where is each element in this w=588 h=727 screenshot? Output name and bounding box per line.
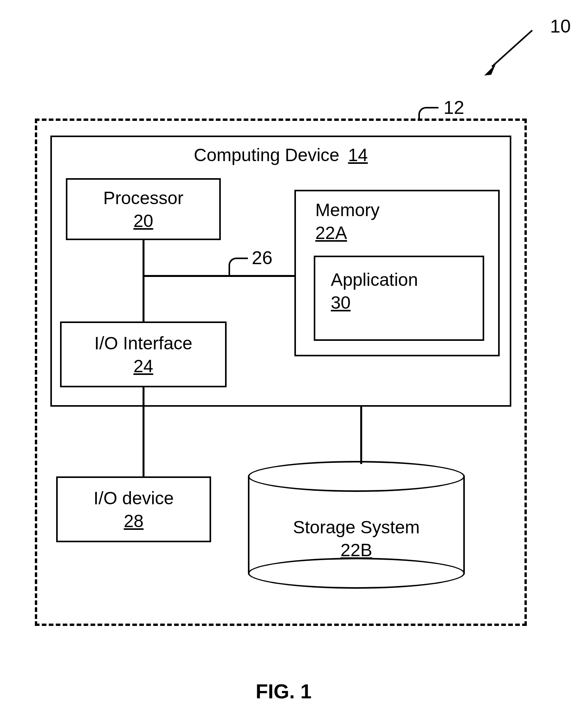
computing-device-label: Computing Device	[194, 145, 339, 165]
processor-box: Processor 20	[66, 178, 221, 240]
application-title: Application 30	[331, 269, 418, 313]
io-device-box: I/O device 28	[56, 476, 211, 542]
io-interface-label: I/O Interface	[94, 332, 192, 355]
system-ref: 10	[550, 15, 571, 37]
svg-marker-0	[484, 64, 496, 76]
bus-ref-leader-tail	[242, 258, 248, 259]
connector-bus	[143, 275, 295, 277]
figure-canvas: 10 12 Computing Device 14 Processor 20 M…	[0, 0, 588, 727]
computing-device-title: Computing Device 14	[52, 144, 510, 167]
io-interface-ref: 24	[133, 356, 153, 376]
bus-ref-leader-icon	[229, 258, 243, 276]
server-ref: 12	[444, 97, 464, 118]
computing-device-ref: 14	[348, 145, 368, 165]
storage-cylinder: Storage System 22B	[248, 461, 465, 589]
system-ref-arrowhead-icon	[484, 60, 500, 76]
connector-processor-to-bus	[143, 240, 144, 277]
application-box: Application 30	[314, 256, 484, 341]
figure-caption: FIG. 1	[256, 680, 311, 703]
memory-title: Memory 22A	[315, 199, 380, 243]
server-ref-leader-tail	[433, 107, 438, 108]
connector-bus-to-iointerface	[143, 275, 144, 322]
io-device-ref: 28	[124, 510, 143, 531]
storage-ref: 22B	[340, 540, 372, 560]
application-ref: 30	[331, 292, 418, 313]
storage-label: Storage System	[293, 516, 420, 539]
memory-label: Memory	[315, 199, 380, 222]
processor-ref: 20	[133, 210, 153, 231]
bus-ref: 26	[252, 247, 272, 268]
server-ref-leader-icon	[418, 107, 434, 120]
io-device-label: I/O device	[93, 487, 174, 510]
connector-computingdevice-to-storage	[360, 407, 362, 464]
memory-ref: 22A	[315, 222, 380, 243]
connector-iointerface-to-iodevice	[143, 387, 144, 477]
io-interface-box: I/O Interface 24	[60, 321, 227, 387]
application-label: Application	[331, 269, 418, 291]
processor-label: Processor	[103, 187, 183, 210]
